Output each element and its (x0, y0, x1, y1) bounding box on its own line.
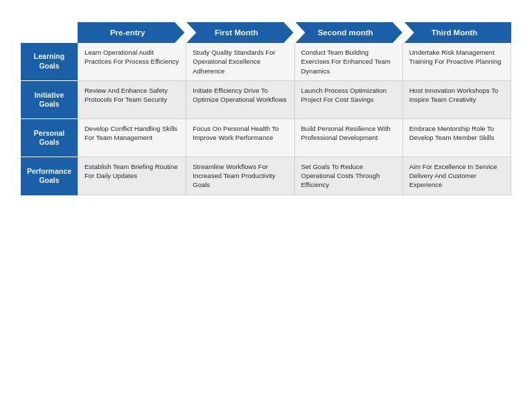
column-header-first-month: First Month (186, 22, 293, 43)
cell-r3-c1: Streamline Workflows For Increased Team … (186, 157, 294, 195)
column-header-third-month: Third Month (405, 22, 511, 43)
cell-r0-c2: Conduct Team Building Exercises For Enha… (295, 43, 403, 81)
header-row: Pre-entryFirst MonthSecond monthThird Mo… (78, 22, 511, 43)
table-wrapper: Learning GoalsInitiative GoalsPersonal G… (21, 43, 511, 195)
row-label-2: Personal Goals (21, 119, 78, 157)
column-header-pre-entry: Pre-entry (78, 22, 184, 43)
cell-r0-c0: Learn Operational Audit Practices For Pr… (78, 43, 186, 81)
cell-r1-c2: Launch Process Optimization Project For … (295, 81, 403, 119)
row-label-3: Performance Goals (21, 157, 78, 195)
row-label-0: Learning Goals (21, 43, 78, 81)
cell-r1-c1: Initiate Efficiency Drive To Optimize Op… (186, 81, 294, 119)
cell-r3-c0: Establish Team Briefing Routine For Dail… (78, 157, 186, 195)
data-grid: Learn Operational Audit Practices For Pr… (78, 43, 511, 195)
cell-r1-c0: Review And Enhance Safety Protocols For … (78, 81, 186, 119)
cell-r0-c3: Undertake Risk Management Training For P… (403, 43, 511, 81)
column-header-second-month: Second month (296, 22, 402, 43)
cell-r3-c3: Aim For Excellence In Service Delivery A… (403, 157, 511, 195)
cell-r1-c3: Host Innovation Workshops To Inspire Tea… (403, 81, 511, 119)
cell-r2-c1: Focus On Personal Health To Improve Work… (186, 119, 294, 157)
cell-r3-c2: Set Goals To Reduce Operational Costs Th… (295, 157, 403, 195)
row-labels: Learning GoalsInitiative GoalsPersonal G… (21, 43, 78, 195)
cell-r2-c2: Build Personal Resilience With Professio… (295, 119, 403, 157)
main-content: Pre-entryFirst MonthSecond monthThird Mo… (0, 22, 532, 195)
cell-r2-c0: Develop Conflict Handling Skills For Tea… (78, 119, 186, 157)
cell-r0-c1: Study Quality Standards For Operational … (186, 43, 294, 81)
page-title (0, 0, 532, 22)
row-label-1: Initiative Goals (21, 81, 78, 119)
cell-r2-c3: Embrace Mentorship Role To Develop Team … (403, 119, 511, 157)
